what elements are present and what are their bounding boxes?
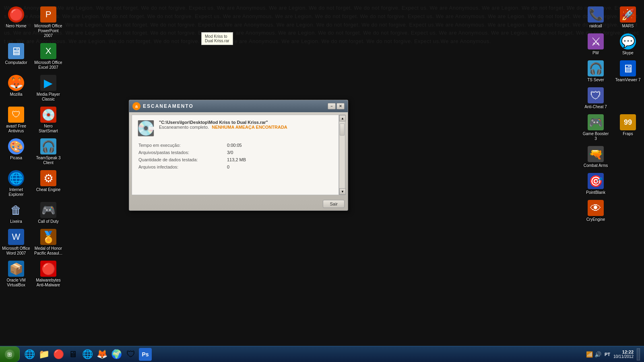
desktop-icon-skype[interactable]: 💬 Skype <box>612 31 644 58</box>
fraps-label: Fraps <box>623 132 633 136</box>
avast-logo: a <box>132 102 140 110</box>
desktop-icon-cheat-engine[interactable]: ⚙ Cheat Engine <box>32 168 64 200</box>
desktop-icon-combat-arms[interactable]: 🔫 Combat Arms <box>580 144 612 171</box>
taskbar-firefox-icon[interactable]: 🦊 <box>95 348 108 361</box>
nero-smart-icon: 💿 <box>40 107 56 123</box>
ts-server-label: TS Sever <box>587 78 604 82</box>
infectados-value: 0 <box>225 163 334 171</box>
dialog-minimize-btn[interactable]: − <box>328 103 336 109</box>
network-sys-icon[interactable]: 📶 <box>586 351 593 358</box>
desktop-icon-ms-ppt[interactable]: P Microsoft Office PowerPoint 2007 <box>32 4 64 41</box>
pointblank-icon: 🎯 <box>588 173 604 189</box>
dialog-scrollbar[interactable]: ▲ ▼ <box>339 115 345 195</box>
stats-row-infectados: Arquivos infectados: 0 <box>137 163 334 171</box>
mozilla-icon: 🦊 <box>8 75 24 91</box>
desktop-icon-nero-home[interactable]: 🔴 Nero Home <box>0 4 32 41</box>
volume-sys-icon[interactable]: 🔊 <box>594 351 601 358</box>
desktop-icon-raidcall[interactable]: 📞 raidcall <box>580 4 612 31</box>
desktop-icon-anti-cheat[interactable]: 🛡 Anti-Cheat 7 <box>580 85 612 112</box>
desktop-icon-computador[interactable]: 🖥 Computador <box>0 41 32 72</box>
dialog-close-btn[interactable]: ✕ <box>336 103 345 109</box>
excel-label: Microsoft Office Excel 2007 <box>34 60 63 70</box>
sair-button[interactable]: Sair <box>323 200 345 208</box>
desktop-icons-right: 📞 raidcall 🚀 MARS ⚔ PW 💬 Skype 🎧 TS Se <box>580 4 644 224</box>
taskbar-icons: 🌐 📁 🔴 🖥 🌐 🦊 🌍 🛡 Ps <box>20 348 582 361</box>
taskbar-explorer-icon[interactable]: 📁 <box>37 348 50 361</box>
scroll-up-btn[interactable]: ▲ <box>339 115 346 121</box>
show-desktop-btn[interactable] <box>637 348 640 360</box>
desktop-icon-teamviewer[interactable]: 🖥 TeamViewer 7 <box>612 58 644 85</box>
desktop-icon-ts-server[interactable]: 🎧 TS Sever <box>580 58 612 85</box>
ms-word-label: Microsoft Office Word 2007 <box>2 246 31 256</box>
desktop-icon-lixeira[interactable]: 🗑 Lixeira <box>0 200 32 226</box>
taskbar-right: 📶 🔊 PT 12:22 10/11/2012 <box>582 348 644 360</box>
skype-icon: 💬 <box>620 33 636 49</box>
taskbar-date-value: 10/11/2012 <box>613 354 634 359</box>
taskbar-screen-icon[interactable]: 🖥 <box>66 348 79 361</box>
desktop-icon-avast[interactable]: 🛡 avast! Free Antivirus <box>0 104 32 136</box>
mod-kriss-tooltip: Mod Kriss toDual Kriss.rar <box>201 32 233 45</box>
start-button[interactable]: ⊞ <box>0 346 20 362</box>
teamviewer-label: TeamViewer 7 <box>615 78 640 82</box>
taskbar-avast-taskbar-icon[interactable]: 🛡 <box>124 348 137 361</box>
anti-cheat-label: Anti-Cheat 7 <box>584 105 607 109</box>
ts-server-icon: 🎧 <box>588 60 604 76</box>
desktop-icon-picasa[interactable]: 🎨 Picasa <box>0 136 32 168</box>
dialog-titlebar: a ESCANEAMENTO − ✕ <box>129 100 348 112</box>
scan-result-row: 💽 "C:\Users\Igor\Desktop\Mod Kriss to Du… <box>137 120 334 137</box>
desktop-icon-pw[interactable]: ⚔ PW <box>580 31 612 58</box>
desktop-icon-ms-word[interactable]: W Microsoft Office Word 2007 <box>0 226 32 258</box>
desktop-icon-mozilla[interactable]: 🦊 Mozilla <box>0 72 32 104</box>
desktop-icon-nero-smart[interactable]: 💿 Nero StartSmart <box>32 104 64 136</box>
lixeira-label: Lixeira <box>10 219 22 224</box>
desktop-icon-pointblank[interactable]: 🎯 PointBlank <box>580 171 612 197</box>
teamspeak-icon: 🎧 <box>40 138 56 154</box>
skype-label: Skype <box>622 51 634 56</box>
mars-icon: 🚀 <box>620 6 636 23</box>
desktop-icon-game-booster2[interactable]: 🎮 Game Booster 3 <box>580 112 612 144</box>
vbox-icon: 📦 <box>8 261 24 277</box>
cryengine-icon: 👁 <box>588 200 604 216</box>
ms-ppt-icon: P <box>40 6 56 23</box>
scroll-track <box>339 121 345 188</box>
arquivos-label: Arquivos/pastas testados: <box>137 149 225 156</box>
pointblank-label: PointBlank <box>586 190 605 195</box>
taskbar-ie-icon[interactable]: 🌐 <box>23 348 36 361</box>
desktop-icon-cryengine[interactable]: 👁 CryEngine <box>580 197 612 224</box>
taskbar-nero-icon[interactable]: 🔴 <box>52 348 65 361</box>
dialog-content-area: 💽 "C:\Users\Igor\Desktop\Mod Kriss to Du… <box>132 115 345 195</box>
fraps-icon: 99 <box>620 114 636 130</box>
lixeira-icon: 🗑 <box>8 202 24 218</box>
dados-value: 113,2 MB <box>225 156 334 163</box>
desktop-icon-medal-honor[interactable]: 🏅 Medal of Honor Pacific Assaul... <box>32 226 64 258</box>
malwarebytes-icon: 🔴 <box>40 261 56 277</box>
desktop-icon-mars[interactable]: 🚀 MARS <box>612 4 644 31</box>
picasa-label: Picasa <box>10 156 22 160</box>
desktop-icon-malwarebytes[interactable]: 🔴 Malwarebytes Anti-Malware <box>32 258 64 290</box>
combat-arms-label: Combat Arms <box>584 163 608 168</box>
desktop-icon-media-player[interactable]: ▶ Media Player Classic <box>32 72 64 104</box>
computador-icon: 🖥 <box>8 43 24 59</box>
desktop: We are Anonymous. We are Legion. We do n… <box>0 0 644 362</box>
cheat-engine-label: Cheat Engine <box>36 187 61 192</box>
desktop-icon-vbox[interactable]: 📦 Oracle VM VirtualBox <box>0 258 32 290</box>
stats-table: Tempo em execução: 0:00:05 Arquivos/past… <box>137 142 334 171</box>
taskbar-photoshop-icon[interactable]: Ps <box>139 348 152 361</box>
desktop-icon-call-of-duty[interactable]: 🎮 Call of Duty <box>32 200 64 226</box>
teamviewer-icon: 🖥 <box>620 60 636 76</box>
scan-path: "C:\Users\Igor\Desktop\Mod Kriss to Dual… <box>159 120 287 125</box>
desktop-icon-fraps[interactable]: 99 Fraps <box>612 112 644 144</box>
avast-icon: 🛡 <box>8 107 24 123</box>
scroll-handle[interactable] <box>340 123 345 136</box>
scroll-down-btn[interactable]: ▼ <box>339 188 346 195</box>
taskbar-network-icon[interactable]: 🌍 <box>110 348 123 361</box>
desktop-icon-ie[interactable]: 🌐 Internet Explorer <box>0 168 32 200</box>
taskbar-chrome-icon[interactable]: 🌐 <box>81 348 94 361</box>
desktop-icon-excel[interactable]: X Microsoft Office Excel 2007 <box>32 41 64 72</box>
desktop-icon-teamspeak[interactable]: 🎧 TeamSpeak 3 Client <box>32 136 64 168</box>
mozilla-label: Mozilla <box>10 92 22 97</box>
cod-icon: 🎮 <box>40 202 56 218</box>
tempo-label: Tempo em execução: <box>137 142 225 149</box>
dialog-controls: − ✕ <box>328 103 345 109</box>
start-orb: ⊞ <box>5 350 14 359</box>
